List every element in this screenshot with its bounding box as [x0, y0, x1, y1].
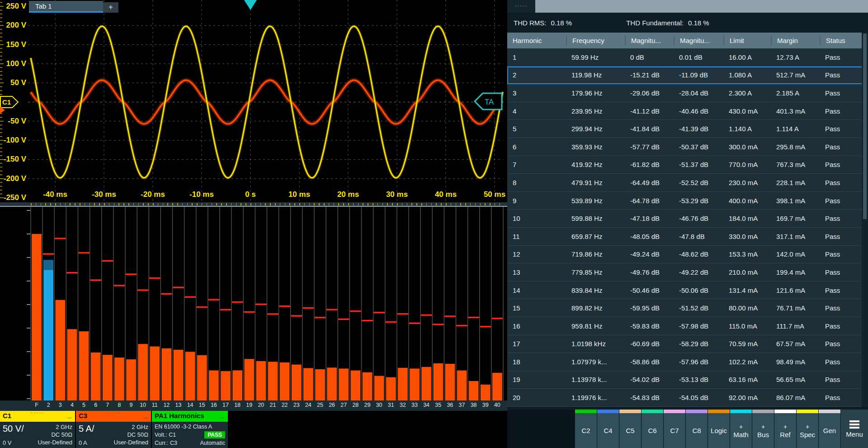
- table-row[interactable]: 16959.81 Hz-59.83 dB-57.98 dB115.0 mA111…: [507, 317, 868, 335]
- harmonic-bar[interactable]: [55, 300, 65, 400]
- table-row[interactable]: 8479.91 Hz-64.49 dB-52.52 dB230.0 mA228.…: [507, 174, 868, 192]
- pa1-label: PA1 Harmonics: [155, 412, 204, 419]
- harmonic-bar[interactable]: [268, 362, 278, 400]
- minimize-icon[interactable]: _: [68, 411, 71, 419]
- toolbar-button-ref[interactable]: +Ref: [774, 410, 796, 448]
- toolbar-button-c5[interactable]: C5: [619, 410, 641, 448]
- table-row[interactable]: 2119.98 Hz-15.21 dB-11.09 dB1.080 A512.7…: [507, 67, 868, 85]
- toolbar-button-spec[interactable]: +Spec: [797, 410, 818, 448]
- harmonic-bar[interactable]: [303, 368, 313, 400]
- toolbar-button-c7[interactable]: C7: [664, 410, 685, 448]
- harmonic-bar-selected[interactable]: [43, 260, 53, 400]
- add-tab-button[interactable]: +: [103, 2, 118, 13]
- table-row[interactable]: 10599.88 Hz-47.18 dB-46.76 dB184.0 mA169…: [507, 210, 868, 228]
- channel-c1-header[interactable]: ····· C1 _: [0, 411, 75, 422]
- table-row[interactable]: 12719.86 Hz-49.24 dB-48.62 dB153.3 mA142…: [507, 246, 868, 264]
- harmonic-bar[interactable]: [481, 385, 491, 400]
- harmonic-bar[interactable]: [232, 370, 242, 400]
- channel-box-c1[interactable]: ····· C1 _ 50 V/ 2 GHz DC 50Ω User-Defin…: [0, 411, 75, 448]
- harmonic-bar[interactable]: [126, 359, 136, 400]
- table-row[interactable]: 14839.84 Hz-50.46 dB-50.06 dB131.4 mA121…: [507, 281, 868, 300]
- harmonic-bar[interactable]: [398, 368, 408, 400]
- menu-button[interactable]: Menu: [841, 410, 868, 448]
- minimize-icon[interactable]: _: [144, 411, 147, 419]
- harmonic-bar[interactable]: [410, 368, 420, 400]
- table-row[interactable]: 6359.93 Hz-57.77 dB-50.37 dB300.0 mA295.…: [507, 138, 868, 156]
- harmonic-bar[interactable]: [351, 371, 361, 400]
- pa1-header[interactable]: ····· PA1 Harmonics _: [152, 411, 228, 422]
- column-header[interactable]: Limit: [723, 36, 771, 46]
- toolbar-button-c6[interactable]: C6: [642, 410, 663, 448]
- toolbar-button-c8[interactable]: C8: [686, 410, 708, 448]
- toolbar-button-math[interactable]: +Math: [730, 410, 752, 448]
- harmonic-bar[interactable]: [91, 353, 101, 400]
- harmonic-bar[interactable]: [315, 369, 325, 400]
- harmonic-bar[interactable]: [67, 329, 77, 400]
- toolbar-button-bus[interactable]: +Bus: [752, 410, 774, 448]
- harmonic-bar[interactable]: [469, 381, 479, 400]
- harmonic-bar[interactable]: [363, 372, 373, 400]
- harmonic-bar[interactable]: [138, 344, 148, 400]
- table-cell: 67.57 mA: [771, 340, 820, 348]
- table-scrollbar[interactable]: [862, 33, 868, 407]
- harmonic-bar[interactable]: [327, 367, 337, 400]
- harmonic-bar[interactable]: [32, 234, 42, 400]
- column-header[interactable]: Status: [820, 36, 868, 46]
- harmonic-bar[interactable]: [162, 348, 172, 400]
- table-row[interactable]: 15899.82 Hz-59.95 dB-51.52 dB80.00 mA76.…: [507, 299, 868, 317]
- harmonic-bar[interactable]: [221, 371, 231, 400]
- harmonic-bar[interactable]: [79, 331, 89, 400]
- table-row[interactable]: 13779.85 Hz-49.76 dB-49.22 dB210.0 mA199…: [507, 263, 868, 281]
- table-row[interactable]: 159.99 Hz0 dB0.01 dB16.00 A12.73 APass: [507, 48, 868, 67]
- table-cell: 98.49 mA: [771, 358, 820, 366]
- toolbar-button-gen[interactable]: Gen: [819, 410, 840, 448]
- column-header[interactable]: Margin: [771, 36, 820, 46]
- column-header[interactable]: Frequency: [566, 36, 625, 46]
- table-row[interactable]: 9539.89 Hz-64.78 dB-53.29 dB400.0 mA398.…: [507, 192, 868, 210]
- toolbar-button-c2[interactable]: C2: [575, 410, 597, 448]
- table-row[interactable]: 201.19976 k...-54.83 dB-54.05 dB92.00 mA…: [507, 389, 868, 407]
- toolbar-button-logic[interactable]: Logic: [708, 410, 730, 448]
- harmonic-x-label: 40: [491, 402, 503, 408]
- harmonic-bar[interactable]: [244, 359, 254, 400]
- panel-drag-tab[interactable]: .....: [507, 0, 535, 13]
- table-row[interactable]: 11659.87 Hz-48.05 dB-47.8 dB330.0 mA317.…: [507, 228, 868, 246]
- harmonic-bar[interactable]: [421, 367, 431, 400]
- harmonic-bar[interactable]: [433, 363, 443, 400]
- table-row[interactable]: 4239.95 Hz-41.12 dB-40.46 dB430.0 mA401.…: [507, 102, 868, 120]
- table-row[interactable]: 181.07979 k...-58.86 dB-57.96 dB102.2 mA…: [507, 353, 868, 371]
- harmonic-bar[interactable]: [492, 373, 502, 400]
- minimize-icon[interactable]: _: [221, 411, 224, 419]
- harmonic-bar[interactable]: [174, 350, 184, 400]
- table-row[interactable]: 5299.94 Hz-41.84 dB-41.39 dB1.140 A1.114…: [507, 120, 868, 138]
- harmonic-bar[interactable]: [457, 371, 467, 400]
- harmonic-bar[interactable]: [209, 370, 219, 400]
- column-header[interactable]: Magnitu...: [625, 36, 674, 46]
- table-row[interactable]: 191.13978 k...-54.02 dB-53.13 dB63.16 mA…: [507, 371, 868, 389]
- tab-1[interactable]: Tab 1: [29, 1, 103, 13]
- harmonic-bar[interactable]: [374, 376, 384, 400]
- harmonic-bar[interactable]: [445, 364, 455, 400]
- harmonic-bar[interactable]: [197, 355, 207, 400]
- harmonic-bar[interactable]: [103, 355, 113, 400]
- column-header[interactable]: Harmonic: [507, 36, 566, 46]
- table-row[interactable]: 3179.96 Hz-29.06 dB-28.04 dB2.300 A2.185…: [507, 84, 868, 102]
- channel-c3-header[interactable]: ····· C3 _: [76, 411, 151, 422]
- waveform-chart[interactable]: C1TA 250 V200 V150 V100 V50 V-50 V-100 V…: [0, 0, 507, 202]
- table-row[interactable]: 7419.92 Hz-61.82 dB-51.37 dB770.0 mA767.…: [507, 156, 868, 174]
- harmonic-bar[interactable]: [339, 368, 349, 400]
- harmonic-bar[interactable]: [185, 352, 195, 400]
- table-row[interactable]: 171.0198 kHz-60.69 dB-58.29 dB70.59 mA67…: [507, 335, 868, 353]
- harmonic-bar[interactable]: [256, 361, 266, 400]
- harmonic-bar[interactable]: [114, 357, 124, 400]
- toolbar-button-c4[interactable]: C4: [597, 410, 619, 448]
- pa1-harmonics-box[interactable]: ····· PA1 Harmonics _ EN 61000 -3-2 Clas…: [152, 411, 228, 448]
- harmonic-bar[interactable]: [150, 347, 160, 400]
- harmonic-bar[interactable]: [280, 362, 290, 400]
- channel-box-c3[interactable]: ····· C3 _ 5 A/ 2 GHz DC 50Ω User-Define…: [76, 411, 151, 448]
- harmonic-bar[interactable]: [386, 377, 396, 400]
- harmonic-bar[interactable]: [292, 365, 302, 400]
- column-header[interactable]: Magnitu...: [674, 36, 723, 46]
- scrollbar-thumb[interactable]: [863, 33, 867, 219]
- harmonics-bar-chart[interactable]: 10 dBA-30 dBA-70 dBA: [0, 207, 507, 400]
